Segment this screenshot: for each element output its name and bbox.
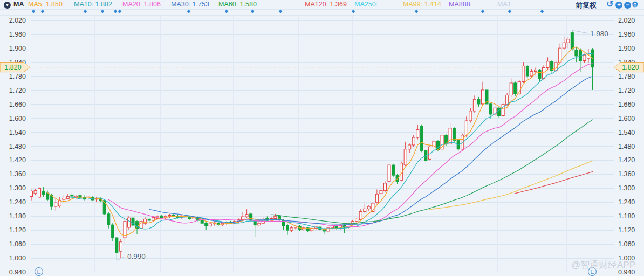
candle [530, 71, 533, 76]
y-tick-label-left: 1.060 [9, 240, 26, 248]
candle [538, 70, 541, 79]
y-tick-label-right: 1.060 [618, 240, 635, 248]
candle [290, 228, 293, 230]
candle [107, 214, 110, 225]
candle [38, 188, 41, 197]
ma-label: MA [13, 1, 24, 8]
candle [286, 225, 289, 230]
candle [420, 126, 423, 151]
candle [355, 219, 358, 221]
candle [380, 191, 382, 194]
candle [201, 220, 203, 223]
candle [359, 212, 362, 220]
candle [30, 191, 33, 197]
candle [408, 145, 411, 149]
candle [148, 219, 150, 220]
y-tick-label-right: 1.480 [618, 143, 635, 150]
candle [168, 215, 171, 216]
y-tick-label-left: 1.960 [9, 31, 26, 38]
candle [172, 215, 175, 217]
candle [526, 66, 529, 76]
ma-legend-item-ma10: MA10: 1.882 [74, 1, 112, 8]
candle [534, 70, 537, 72]
ma-line-ma5 [47, 47, 592, 236]
adjust-mode-button[interactable]: 前复权 [576, 1, 597, 10]
candle [563, 43, 565, 48]
candle [115, 238, 118, 253]
y-tick-label-left: 1.540 [9, 129, 26, 136]
candle [412, 137, 415, 145]
event-diamond-marker[interactable] [101, 10, 104, 13]
ma-dropdown[interactable]: ▼ [4, 2, 11, 9]
y-tick-label-left: 1.900 [9, 45, 26, 52]
ma-legend-item-ma250: MA250: [354, 1, 378, 8]
indicator-toolbar: ▼ MA 前复权 ↺ + − ⚙ MA5: 1.850MA10: 1.882MA… [0, 0, 644, 9]
event-diamond-marker[interactable] [225, 10, 228, 13]
ma-legend-item-ma120: MA120: 1.369 [305, 1, 347, 8]
event-diamond-marker[interactable] [352, 10, 355, 13]
event-diamond-marker[interactable] [41, 10, 44, 13]
candle [510, 83, 512, 95]
event-diamond-marker[interactable] [114, 10, 117, 13]
event-diamond-marker[interactable] [279, 10, 282, 13]
chevron-down-icon: ▼ [5, 3, 10, 8]
event-diamond-marker[interactable] [251, 10, 254, 13]
y-tick-label-right: 1.360 [618, 170, 635, 178]
zoom-in-icon[interactable]: + [615, 2, 622, 9]
candle [469, 111, 472, 121]
event-diamond-marker[interactable] [118, 10, 121, 13]
candle [245, 215, 248, 217]
candle [152, 217, 155, 220]
candle [567, 39, 570, 43]
event-diamond-marker[interactable] [84, 10, 87, 13]
candle [274, 216, 277, 218]
candle [34, 191, 37, 194]
candle [258, 223, 261, 225]
candle [42, 191, 45, 195]
event-diamond-marker[interactable] [415, 10, 418, 13]
y-tick-label-left: 1.480 [9, 143, 26, 150]
candle [449, 128, 451, 144]
settings-icon[interactable]: ⚙ [632, 0, 639, 9]
high-leader-line [573, 30, 588, 33]
candle [546, 61, 549, 68]
candle [375, 194, 378, 202]
ma-legend-item-ma60: MA60: 1.580 [218, 1, 257, 8]
ma-line-ma60 [271, 120, 593, 224]
candle [367, 206, 370, 209]
ma-legend-item-ma5: MA5: 1.850 [28, 1, 63, 8]
y-tick-label-left: 1.180 [9, 212, 26, 220]
ma-legend-item-ma99: MA99: 1.414 [403, 1, 441, 8]
candle [160, 216, 163, 218]
candle [242, 217, 244, 220]
y-tick-label-right: 1.540 [618, 129, 635, 136]
candle [71, 195, 73, 196]
event-diamond-marker[interactable] [32, 10, 35, 13]
watermark: @智通财经APP [571, 260, 635, 270]
candle [388, 165, 390, 181]
candle [205, 223, 208, 226]
y-tick-label-left: 1.300 [9, 184, 26, 192]
candle [481, 90, 484, 104]
candle [383, 183, 386, 191]
y-tick-label-left: 1.660 [9, 101, 26, 108]
event-diamond-marker[interactable] [508, 10, 511, 13]
y-tick-label-left: 1.780 [9, 73, 26, 80]
candle [477, 99, 480, 104]
event-diamond-marker[interactable] [187, 10, 190, 13]
current-price-value-right: 1.820 [622, 64, 639, 71]
candle [63, 198, 65, 199]
zoom-out-icon[interactable]: − [624, 2, 631, 9]
current-price-value-left: 1.820 [4, 64, 21, 71]
y-tick-label-right: 1.660 [618, 101, 635, 108]
y-tick-label-right: 1.300 [618, 184, 635, 192]
undo-icon[interactable]: ↺ [606, 0, 613, 9]
event-diamond-marker[interactable] [540, 10, 544, 13]
y-tick-label-left: 1.120 [9, 226, 26, 234]
event-diamond-marker[interactable] [481, 10, 484, 13]
price-chart[interactable]: 2.0202.0201.9601.9601.9001.9001.8401.840… [0, 0, 644, 276]
candle [506, 95, 509, 104]
y-tick-label-right: 1.120 [618, 226, 635, 234]
y-tick-label-left: 1.600 [9, 115, 26, 122]
candle [583, 55, 586, 60]
